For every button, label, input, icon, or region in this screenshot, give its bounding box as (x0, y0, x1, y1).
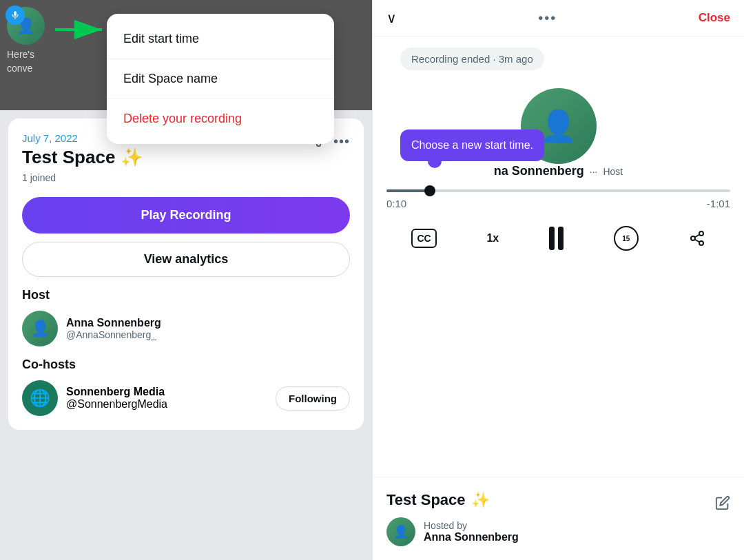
speaker-section: Choose a new start time. 👤 na Sonnenberg… (386, 88, 730, 178)
speaker-role: Host (603, 166, 623, 177)
speaker-dots: ··· (590, 166, 598, 177)
svg-point-11 (699, 241, 703, 245)
arrow-indicator (55, 19, 110, 43)
cc-icon: CC (411, 229, 436, 248)
view-analytics-button[interactable]: View analytics (22, 242, 350, 277)
host-handle: @AnnaSonnenberg_ (66, 329, 161, 340)
host-name: Anna Sonnenberg (66, 317, 161, 329)
space-joined: 1 joined (22, 172, 350, 183)
recording-status-wrapper: Recording ended · 3m ago (373, 37, 744, 81)
space-title-emoji: ✨ (121, 147, 143, 168)
playback-controls: CC 1x 15 (386, 215, 730, 265)
share-button[interactable] (689, 230, 705, 247)
progress-bar-fill (386, 189, 428, 192)
host-info: Anna Sonnenberg @AnnaSonnenberg_ (66, 317, 161, 340)
right-header: ∨ ••• Close (373, 0, 744, 37)
svg-point-10 (691, 236, 695, 240)
cohost-section-title: Co-hosts (22, 357, 350, 372)
speaker-info: na Sonnenberg ··· Host (494, 164, 623, 178)
speed-button[interactable]: 1x (486, 232, 499, 245)
space-title: Test Space ✨ (22, 147, 350, 168)
space-info-host: 👤 Hosted by Anna Sonnenberg (386, 517, 730, 546)
speaker-name: na Sonnenberg (494, 164, 584, 178)
cohost-row: 🌐 Sonnenberg Media @SonnenbergMedia Foll… (22, 380, 350, 416)
cohost-avatar: 🌐 (22, 380, 58, 416)
svg-line-13 (694, 235, 699, 238)
right-panel-content: Recording ended · 3m ago Choose a new st… (373, 37, 744, 560)
space-card: July 7, 2022 Test Space ✨ 1 joined ••• P… (8, 118, 364, 430)
skip-forward-button[interactable]: 15 (614, 226, 639, 251)
space-info-title: Test Space ✨ (386, 491, 490, 509)
captions-button[interactable]: CC (411, 229, 436, 248)
host-section-title: Host (22, 288, 350, 302)
right-panel: ∨ ••• Close Recording ended · 3m ago Cho… (372, 0, 744, 560)
hosted-by-label: Hosted by (424, 520, 519, 531)
dropdown-edit-space-name[interactable]: Edit Space name (107, 59, 334, 99)
cohost-info: Sonnenberg Media @SonnenbergMedia (66, 386, 267, 411)
edit-icon[interactable] (715, 495, 730, 514)
recording-status: Recording ended · 3m ago (400, 48, 544, 70)
hosted-by-name: Anna Sonnenberg (424, 531, 519, 543)
space-info-title-text: Test Space (386, 491, 466, 509)
play-recording-button[interactable]: Play Recording (22, 197, 350, 234)
dropdown-menu: Edit start time Edit Space name Delete y… (107, 14, 334, 144)
mic-icon-badge (6, 6, 25, 25)
player-area: Choose a new start time. 👤 na Sonnenberg… (373, 81, 744, 477)
chevron-down-icon[interactable]: ∨ (386, 10, 397, 26)
space-info-bottom: Test Space ✨ 👤 Hosted by Anna Sonnenberg (373, 477, 744, 560)
progress-remaining: -1:01 (707, 198, 730, 209)
svg-line-12 (694, 240, 699, 242)
space-host-info: Hosted by Anna Sonnenberg (424, 520, 519, 543)
cohost-name: Sonnenberg Media (66, 386, 267, 398)
more-options-icon[interactable]: ••• (538, 10, 557, 26)
svg-rect-0 (14, 11, 17, 16)
progress-times: 0:10 -1:01 (386, 198, 730, 209)
host-row: 👤 Anna Sonnenberg @AnnaSonnenberg_ (22, 311, 350, 346)
pause-button[interactable] (549, 227, 564, 250)
top-bg-text: Here'sconve (7, 48, 34, 75)
more-icon[interactable]: ••• (333, 134, 350, 149)
progress-thumb[interactable] (424, 185, 435, 196)
dropdown-delete-recording[interactable]: Delete your recording (107, 99, 334, 138)
cohost-handle: @SonnenbergMedia (66, 398, 267, 411)
dropdown-edit-start-time[interactable]: Edit start time (107, 19, 334, 59)
pause-icon (549, 227, 564, 250)
following-button[interactable]: Following (276, 386, 350, 411)
close-button[interactable]: Close (699, 11, 730, 25)
tooltip-text: Choose a new start time. (411, 139, 533, 151)
space-info-title-emoji: ✨ (471, 491, 490, 509)
left-panel: 👤 Here'sconve Edit start time Edit Space… (0, 0, 372, 560)
progress-bar-track[interactable] (386, 189, 730, 192)
space-title-text: Test Space (22, 147, 115, 168)
share-icon (689, 230, 705, 247)
skip-label: 15 (622, 235, 630, 242)
host-avatar: 👤 (22, 311, 58, 346)
svg-point-9 (699, 231, 703, 236)
space-host-avatar: 👤 (386, 517, 415, 546)
progress-section: 0:10 -1:01 (386, 189, 730, 209)
skip-forward-icon: 15 (614, 226, 639, 251)
tooltip-bubble: Choose a new start time. (400, 129, 544, 161)
progress-current: 0:10 (386, 198, 406, 209)
